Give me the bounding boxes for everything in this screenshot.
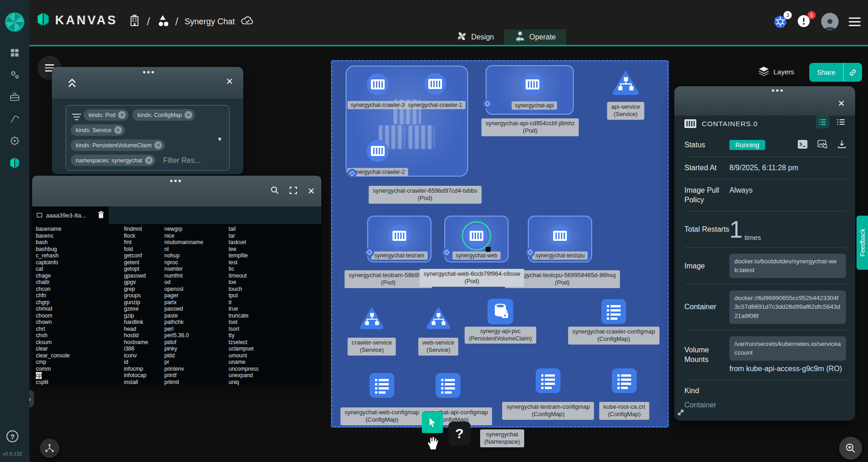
filter-chip[interactable]: kinds: Service✕ [71, 124, 125, 136]
pvc-icon[interactable] [487, 299, 513, 326]
terminal-tab[interactable]: aaaa39e3-8a... [32, 206, 109, 224]
terminal-command: gzexe [124, 306, 148, 312]
configmap-api-icon[interactable] [436, 373, 460, 400]
service-crawler-icon[interactable] [358, 305, 385, 333]
design-name[interactable]: Synergy Chat [185, 17, 235, 27]
row-status: Status Running [684, 134, 846, 157]
row-label: Status [684, 140, 729, 150]
filter-input-box[interactable]: kinds: Pod✕kinds: ConfigMap✕kinds: Servi… [66, 105, 230, 171]
share-button[interactable]: Share [809, 63, 862, 82]
filter-chip[interactable]: kinds: Pod✕ [84, 109, 129, 121]
terminal-command: tar [229, 233, 258, 239]
left-sidebar: ? v0.8.132 [0, 0, 29, 462]
container-icon[interactable] [521, 73, 543, 95]
notifications-button[interactable]: 5 [797, 15, 811, 28]
sidebar-item-performance[interactable] [9, 113, 21, 125]
download-icon[interactable] [838, 140, 846, 150]
filter-placeholder[interactable]: Filter Res... [163, 156, 201, 165]
image-inspect-icon[interactable] [818, 140, 828, 150]
service-api-icon[interactable] [611, 68, 640, 99]
drag-handle-icon[interactable]: ••• [772, 89, 784, 92]
sidebar-item-dashboard[interactable] [9, 47, 21, 59]
filter-chip[interactable]: kinds: ConfigMap✕ [132, 109, 195, 121]
workspace-shapes-icon[interactable] [157, 14, 169, 29]
terminal-command: gunzip [124, 299, 148, 306]
pod-label: synergychat-crawler-659bd97cd4-tvbbs(Pod… [369, 186, 482, 204]
drag-handle-icon[interactable]: ••• [143, 71, 156, 73]
help-tool-button[interactable]: ? [448, 422, 470, 445]
container-icon[interactable] [367, 73, 389, 95]
terminal-tab-icon [37, 213, 42, 217]
container-icon[interactable] [388, 225, 410, 247]
fullscreen-icon[interactable] [289, 186, 297, 196]
filter-chip[interactable]: namespaces: synergychat✕ [71, 155, 156, 166]
chevron-down-icon[interactable]: ▼ [217, 136, 223, 143]
terminal-command: uncompress [229, 366, 258, 373]
list-view-toggle[interactable] [834, 116, 848, 128]
terminal-tabbar: aaaa39e3-8a... [32, 206, 321, 224]
trash-icon[interactable] [98, 211, 104, 220]
terminal-command: chmod [36, 306, 70, 312]
configmap-kube-root-ca-icon[interactable] [612, 368, 637, 395]
search-icon[interactable] [270, 186, 279, 196]
copy-link-icon[interactable] [844, 68, 862, 77]
status-badge: Running [729, 140, 765, 150]
close-icon[interactable]: ✕ [308, 186, 315, 196]
drag-handle-icon[interactable]: ••• [170, 179, 183, 182]
collapse-icon[interactable] [67, 76, 78, 90]
chip-remove-icon[interactable]: ✕ [118, 111, 126, 119]
container-icon[interactable] [549, 225, 571, 247]
selection-handle[interactable] [486, 247, 491, 252]
kubernetes-context-button[interactable]: 3 [773, 15, 787, 28]
menu-icon[interactable] [849, 17, 861, 26]
feedback-tab[interactable]: Feedback [857, 216, 868, 270]
configmap-testram-icon[interactable] [536, 368, 560, 395]
resize-handle-icon[interactable] [677, 409, 684, 418]
structured-view-toggle[interactable] [816, 116, 829, 128]
collaboration-button[interactable] [40, 439, 59, 458]
terminal-output[interactable]: basenamebasencbashbashbugc_rehashcaptoin… [32, 224, 321, 384]
brand[interactable]: KANVAS [36, 12, 118, 28]
terminal-command: chfn [36, 292, 70, 299]
sidebar-item-configuration[interactable] [9, 91, 21, 103]
open-terminal-icon[interactable] [798, 140, 807, 150]
container-id-value[interactable]: docker://6d96990655cc952b4423304f3c57d66… [729, 290, 846, 324]
terminal-command: printf [164, 372, 203, 379]
filter-chip[interactable]: kinds: PersistentVolumeClaim✕ [71, 139, 165, 151]
close-icon[interactable]: ✕ [226, 76, 233, 87]
chip-remove-icon[interactable]: ✕ [145, 156, 153, 164]
row-label: Image [684, 261, 729, 271]
help-button[interactable]: ? [6, 430, 18, 442]
terminal-command: clear [36, 345, 70, 352]
sidebar-item-helm[interactable] [9, 135, 21, 147]
sidebar-item-meshery[interactable] [9, 157, 21, 169]
user-avatar[interactable] [821, 13, 839, 30]
terminal-command: tzselect [229, 339, 258, 346]
zoom-button[interactable] [839, 437, 862, 460]
sidebar-item-lifecycle[interactable] [9, 69, 21, 81]
pod-label: synergychat-api-cd954ccbf-j8mhz(Pod) [482, 118, 579, 136]
container-icon[interactable] [367, 140, 389, 162]
container-icon[interactable] [424, 73, 446, 95]
chip-remove-icon[interactable]: ✕ [114, 126, 122, 134]
organization-icon[interactable] [129, 14, 140, 29]
terminal-header[interactable]: ••• ✕ [32, 176, 321, 206]
tab-operate[interactable]: Operate [504, 29, 566, 45]
chip-remove-icon[interactable]: ✕ [185, 111, 192, 119]
chip-remove-icon[interactable]: ✕ [154, 141, 162, 149]
tab-design[interactable]: Design [447, 29, 504, 45]
layers-button[interactable]: Layers [758, 66, 794, 78]
volume-mount-path[interactable]: /var/run/secrets/kubernetes.io/serviceac… [729, 336, 846, 361]
terminal-command: chage [36, 273, 70, 279]
details-panel-header[interactable]: ••• ✕ [674, 86, 855, 116]
image-value[interactable]: docker.io/bootdotdev/synergychat-web:lat… [729, 254, 846, 278]
configmap-web-icon[interactable] [370, 373, 394, 400]
service-web-icon[interactable] [425, 305, 452, 333]
close-icon[interactable]: ✕ [838, 98, 845, 109]
configmap-crawler-icon[interactable] [601, 299, 626, 326]
terminal-command: clear_console [36, 352, 70, 359]
configmap-label: kube-root-ca.crt(ConfigMap) [599, 402, 649, 420]
share-label[interactable]: Share [809, 68, 843, 76]
provider-logo[interactable] [5, 12, 25, 34]
filter-panel-header[interactable]: ••• ✕ [52, 67, 243, 99]
